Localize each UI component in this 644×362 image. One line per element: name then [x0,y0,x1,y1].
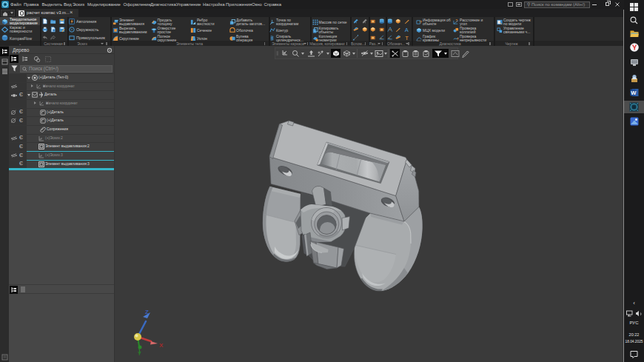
svg-text:A: A [404,27,408,33]
svg-text:X: X [159,342,164,349]
svg-text:Z: Z [145,309,149,315]
svg-text:Y: Y [138,351,141,356]
svg-text:?: ? [419,19,422,24]
svg-text:T: T [405,35,409,41]
svg-text:?: ? [456,19,458,23]
svg-text:W: W [631,90,637,96]
